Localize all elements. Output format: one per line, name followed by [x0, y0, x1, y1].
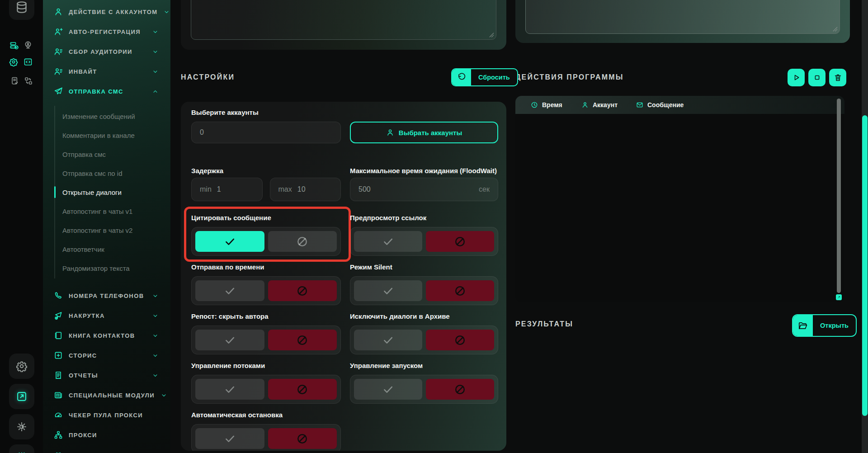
network-icon — [54, 430, 63, 439]
floodwait-input[interactable]: 500 сек — [350, 178, 498, 201]
accounts-value: 0 — [200, 128, 204, 137]
toggle-on-segment[interactable] — [195, 330, 264, 350]
toggle-off-segment[interactable] — [268, 379, 337, 400]
table-scrollbar[interactable] — [837, 99, 841, 293]
toggle-label: Предпросмотр ссылок — [350, 213, 498, 223]
sidebar-subitem[interactable]: Изменение сообщений — [55, 107, 170, 126]
toggle-off-segment[interactable] — [426, 379, 494, 400]
accounts-label: Выберите аккаунты — [191, 108, 341, 118]
toggle-label: Автоматическая остановка — [191, 410, 341, 420]
toggle-off-segment[interactable] — [426, 231, 494, 252]
sidebar-item-прокси[interactable]: ПРОКСИ — [43, 425, 170, 445]
server-check-icon[interactable] — [9, 41, 19, 50]
reset-button[interactable]: Сбросить — [451, 68, 518, 86]
toggle-on-segment[interactable] — [195, 231, 264, 252]
toggle-on-segment[interactable] — [195, 280, 264, 301]
delay-max-input[interactable]: max 10 — [270, 178, 341, 201]
phone-icon — [54, 291, 63, 300]
sidebar-subitem[interactable]: Автопостинг в чаты v2 — [55, 221, 170, 240]
toggle-on-segment[interactable] — [195, 428, 264, 449]
doc-check-icon[interactable] — [10, 76, 19, 85]
toggle-field: Автоматическая остановка — [191, 410, 341, 451]
sidebar-item-сторис[interactable]: СТОРИС — [43, 345, 170, 365]
toggle-switch — [191, 375, 341, 404]
toggle-switch — [191, 227, 341, 256]
sidebar-item-отправка-смс[interactable]: ОТПРАВКА СМС — [43, 81, 170, 101]
sidebar-subitem[interactable]: Рандомизатор текста — [55, 259, 170, 278]
sidebar-item-чекер-пула-прокси[interactable]: ЧЕКЕР ПУЛА ПРОКСИ — [43, 405, 170, 425]
sun-button[interactable] — [9, 414, 34, 439]
gear-button[interactable] — [9, 354, 34, 379]
toggle-field: Управление потоками — [191, 361, 341, 404]
toggle-off-segment[interactable] — [268, 280, 337, 301]
sidebar-subitem[interactable]: Автопостинг в чаты v1 — [55, 202, 170, 221]
check-icon — [382, 383, 394, 396]
toggle-off-segment[interactable] — [268, 231, 337, 252]
toggle-field: Режим Silent — [350, 262, 498, 305]
check-icon — [382, 285, 394, 297]
choose-accounts-label: Выбрать аккаунты — [399, 129, 462, 137]
chevron-down-icon — [152, 312, 159, 319]
sidebar-item-действие-с-аккаунтом[interactable]: ДЕЙСТВИЕ С АККАУНТОМ — [43, 2, 170, 22]
stop-button[interactable] — [808, 69, 826, 86]
external-link-icon — [16, 391, 28, 402]
sliders-button[interactable] — [9, 444, 34, 453]
open-results-button[interactable]: Открыть — [792, 314, 857, 337]
log-top-textarea[interactable] — [525, 0, 840, 34]
check-icon — [224, 383, 236, 396]
sidebar-item-label: СТОРИС — [69, 352, 146, 359]
sidebar-item-сбор-аудитории[interactable]: СБОР АУДИТОРИИ — [43, 42, 170, 61]
sidebar-item-накрутка[interactable]: НАКРУТКА — [43, 306, 170, 326]
sidebar-item-специальные-модули[interactable]: СПЕЦИАЛЬНЫЕ МОДУЛИ — [43, 385, 170, 405]
folder-open-icon — [798, 321, 808, 330]
toggle-off-segment[interactable] — [268, 428, 337, 449]
floodwait-unit: сек — [479, 185, 490, 193]
sidebar-item-инвайт[interactable]: ИНВАЙТ — [43, 61, 170, 81]
floodwait-value: 500 — [359, 185, 371, 193]
toggle-on-segment[interactable] — [354, 231, 422, 252]
toggle-off-segment[interactable] — [268, 330, 337, 350]
sidebar-item-книга-контактов[interactable]: КНИГА КОНТАКТОВ — [43, 326, 170, 345]
toggle-off-segment[interactable] — [426, 330, 494, 350]
person-cam-icon[interactable] — [24, 41, 33, 50]
delay-min-input[interactable]: min 1 — [191, 178, 263, 201]
toggle-field: Управление запуском — [350, 361, 498, 404]
toggle-off-segment[interactable] — [426, 280, 494, 301]
sidebar-subitem[interactable]: Открытые диалоги — [55, 183, 170, 202]
toggle-on-segment[interactable] — [354, 330, 422, 350]
sidebar-item-партнеры[interactable]: ПАРТНЕРЫ — [43, 445, 170, 453]
sidebar-item-label: НАКРУТКА — [69, 312, 146, 319]
accounts-input[interactable]: 0 — [191, 122, 341, 143]
stop-icon — [813, 73, 821, 82]
gear-icon[interactable] — [9, 57, 18, 66]
toggle-on-segment[interactable] — [195, 379, 264, 400]
floodwait-label: Максимальное время ожидания (FloodWait) — [350, 156, 498, 176]
swap-icon[interactable] — [24, 76, 33, 85]
play-button[interactable] — [788, 69, 805, 86]
toggle-field: Исключить диалоги в Архиве — [350, 311, 498, 354]
trash-button[interactable] — [829, 69, 846, 86]
sidebar-subitem[interactable]: Комментарии в канале — [55, 126, 170, 145]
sidebar-item-авто-регистрация[interactable]: АВТО-РЕГИСТРАЦИЯ — [43, 22, 170, 42]
page-scrollbar-thumb[interactable] — [862, 115, 868, 416]
toggle-on-segment[interactable] — [354, 379, 422, 400]
check-icon — [382, 236, 394, 248]
sidebar-subitem[interactable]: Отправка смс — [55, 145, 170, 164]
table-resize-grip[interactable] — [836, 294, 842, 300]
check-icon — [224, 433, 236, 445]
sidebar-item-label: ДЕЙСТВИЕ С АККАУНТОМ — [69, 9, 157, 15]
database-button[interactable] — [9, 0, 34, 20]
plus-square-icon — [54, 351, 63, 360]
sidebar-item-номера-телефонов[interactable]: НОМЕРА ТЕЛЕФОНОВ — [43, 286, 170, 306]
toggle-on-segment[interactable] — [354, 280, 422, 301]
choose-accounts-button[interactable]: Выбрать аккаунты — [350, 122, 498, 143]
sidebar-subitem[interactable]: Автоответчик — [55, 240, 170, 259]
external-link-button[interactable] — [9, 384, 34, 409]
page-scrollbar[interactable] — [862, 0, 868, 453]
sidebar-subitem[interactable]: Отправка смс по id — [55, 164, 170, 183]
paper-plane-icon — [54, 87, 63, 96]
code-window-icon[interactable] — [24, 57, 33, 66]
program-actions-table: ВремяАккаунтСообщение — [515, 96, 844, 302]
sidebar-item-отчеты[interactable]: ОТЧЕТЫ — [43, 365, 170, 385]
message-textarea[interactable] — [191, 0, 496, 40]
